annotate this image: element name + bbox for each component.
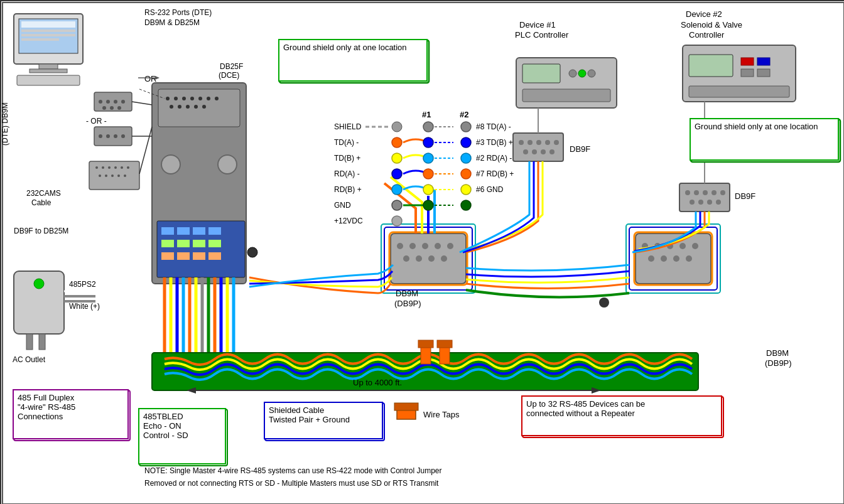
svg-point-102	[648, 255, 654, 262]
svg-point-116	[423, 137, 433, 147]
svg-text:Controller: Controller	[689, 30, 725, 40]
svg-point-88	[447, 243, 453, 249]
svg-point-85	[409, 243, 416, 249]
svg-point-126	[461, 169, 471, 179]
svg-text:Solenoid & Valve: Solenoid & Valve	[681, 20, 742, 29]
svg-text:AC Outlet: AC Outlet	[13, 355, 46, 364]
svg-rect-155	[741, 58, 754, 65]
svg-point-23	[121, 134, 125, 138]
ground-shield-box-2: Ground shield only at one location	[690, 118, 839, 161]
svg-rect-53	[161, 227, 174, 235]
svg-text:GND: GND	[334, 201, 351, 210]
svg-rect-159	[689, 86, 789, 97]
svg-point-25	[95, 166, 98, 169]
svg-text:RS-232 Ports  (DTE): RS-232 Ports (DTE)	[144, 8, 212, 17]
svg-text:(DTE) DB9M: (DTE) DB9M	[1, 102, 9, 146]
svg-rect-54	[177, 227, 190, 235]
svg-point-146	[536, 140, 541, 145]
svg-text:DB9M & DB25M: DB9M & DB25M	[144, 18, 200, 27]
svg-text:#1: #1	[422, 110, 431, 119]
svg-point-39	[174, 97, 178, 100]
svg-point-86	[422, 243, 428, 249]
svg-text:TD(B) +: TD(B) +	[334, 154, 360, 163]
svg-point-100	[679, 243, 686, 249]
svg-point-152	[549, 149, 555, 154]
svg-rect-156	[757, 58, 770, 65]
svg-rect-158	[757, 69, 770, 77]
svg-point-12	[99, 100, 102, 104]
svg-point-40	[182, 97, 186, 100]
svg-point-112	[423, 122, 433, 132]
svg-point-30	[127, 166, 129, 169]
svg-rect-154	[689, 55, 733, 77]
tbled-box: 485TBLED Echo - ON Control - SD	[138, 408, 226, 464]
svg-point-28	[114, 166, 117, 169]
svg-point-13	[106, 100, 110, 104]
svg-point-130	[461, 185, 471, 195]
svg-point-115	[392, 137, 402, 147]
svg-text:DB9F to DB25M: DB9F to DB25M	[14, 227, 68, 235]
svg-point-46	[178, 105, 181, 109]
svg-point-165	[720, 190, 725, 195]
svg-point-123	[392, 169, 402, 179]
svg-point-31	[99, 174, 101, 177]
svg-point-91	[428, 255, 435, 262]
rs485-devices-label: Up to 32 RS-485 Devices can be connected…	[526, 399, 645, 418]
svg-point-51	[218, 155, 237, 174]
svg-rect-7	[21, 38, 59, 41]
svg-point-131	[392, 200, 402, 210]
svg-point-42	[198, 97, 202, 100]
svg-text:#2 RD(A) -: #2 RD(A) -	[476, 154, 512, 163]
svg-rect-56	[208, 227, 221, 235]
svg-rect-10	[17, 75, 80, 85]
svg-point-18	[117, 106, 121, 110]
svg-point-145	[528, 140, 533, 145]
svg-text:OR: OR	[144, 74, 157, 83]
svg-point-111	[392, 122, 402, 132]
svg-text:DB25F: DB25F	[220, 62, 243, 71]
svg-point-144	[519, 140, 524, 145]
svg-text:DB9M: DB9M	[766, 348, 789, 358]
svg-point-16	[102, 106, 106, 110]
svg-rect-142	[522, 89, 610, 102]
svg-text:DB9F: DB9F	[570, 144, 590, 154]
svg-text:232CAMS: 232CAMS	[26, 189, 61, 198]
svg-rect-82	[437, 340, 452, 348]
svg-point-166	[690, 200, 695, 205]
svg-point-114	[461, 122, 471, 132]
svg-point-17	[110, 106, 114, 110]
svg-rect-4	[21, 21, 75, 28]
svg-point-41	[190, 97, 194, 100]
svg-text:Removed or not connecting RTS : Removed or not connecting RTS or SD - Mu…	[144, 479, 439, 488]
svg-text:PLC Controller: PLC Controller	[515, 30, 569, 40]
svg-point-139	[569, 70, 576, 77]
svg-rect-5	[21, 29, 75, 32]
svg-text:Device #2: Device #2	[686, 9, 722, 19]
svg-text:RD(A) -: RD(A) -	[334, 169, 360, 178]
svg-point-147	[545, 140, 550, 145]
svg-text:White (+): White (+)	[69, 302, 100, 311]
svg-rect-172	[39, 334, 45, 350]
ground-shield-label-2: Ground shield only at one location	[695, 122, 818, 131]
svg-point-128	[423, 185, 433, 195]
svg-point-20	[99, 134, 102, 138]
svg-point-43	[207, 97, 210, 100]
svg-point-101	[692, 243, 698, 249]
tbled-label: 485TBLED Echo - ON Control - SD	[143, 412, 188, 440]
svg-text:Cable: Cable	[31, 198, 51, 207]
svg-point-135	[461, 200, 471, 210]
full-duplex-box: 485 Full Duplex "4-wire" RS-485 Connecti…	[13, 389, 129, 439]
svg-point-124	[423, 169, 433, 179]
svg-text:DB9M: DB9M	[396, 289, 418, 298]
svg-rect-58	[177, 240, 190, 247]
svg-point-50	[161, 155, 180, 174]
svg-text:#6 GND: #6 GND	[476, 185, 504, 194]
ground-shield-box-1: Ground shield only at one location	[278, 39, 428, 82]
rs485-devices-box: Up to 32 RS-485 Devices can be connected…	[521, 395, 722, 436]
svg-point-119	[392, 153, 402, 163]
svg-point-15	[121, 100, 125, 104]
svg-text:#7 RD(B) +: #7 RD(B) +	[476, 169, 514, 178]
svg-point-92	[441, 255, 447, 262]
svg-point-120	[423, 153, 433, 163]
svg-text:(DB9P): (DB9P)	[394, 299, 421, 308]
